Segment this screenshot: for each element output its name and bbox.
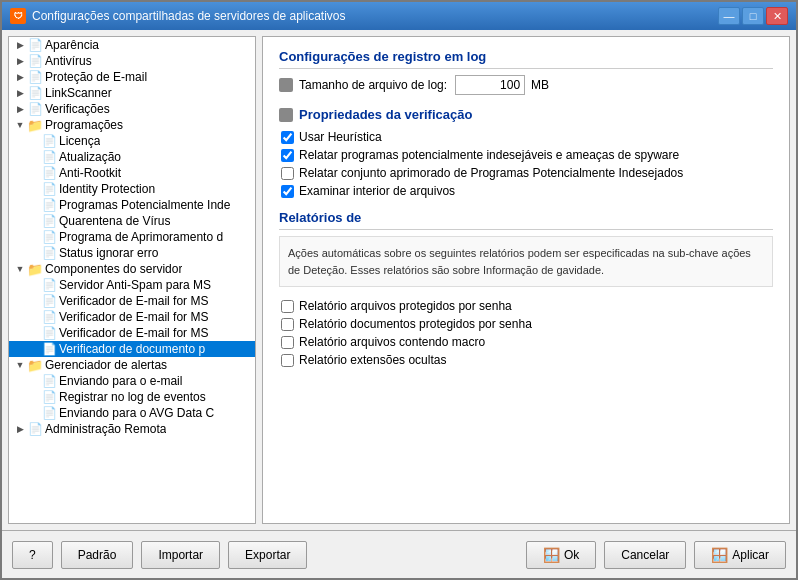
rel-checkbox-label-2: Relatório arquivos contendo macro <box>299 335 485 349</box>
sidebar-item-programas-pot[interactable]: 📄Programas Potencialmente Inde <box>9 197 255 213</box>
checkbox-relatar-conjunto[interactable] <box>281 167 294 180</box>
bottom-bar: ? Padrão Importar Exportar 🪟 Ok Cancelar… <box>2 530 796 578</box>
cancelar-label: Cancelar <box>621 548 669 562</box>
relatorios-info: Ações automáticas sobre os seguintes rel… <box>279 236 773 287</box>
aplicar-label: Aplicar <box>732 548 769 562</box>
sidebar-item-verificacoes[interactable]: ▶📄Verificações <box>9 101 255 117</box>
checkbox-rel-macro[interactable] <box>281 336 294 349</box>
sidebar-item-protecao-email[interactable]: ▶📄Proteção de E-mail <box>9 69 255 85</box>
verificacao-icon <box>279 108 293 122</box>
cancelar-button[interactable]: Cancelar <box>604 541 686 569</box>
checkbox-rel-senha-arquivo[interactable] <box>281 300 294 313</box>
main-content: ▶📄Aparência▶📄Antivírus▶📄Proteção de E-ma… <box>2 30 796 530</box>
checkbox-row-1: Relatar programas potencialmente indesej… <box>279 148 773 162</box>
app-icon: 🛡 <box>10 8 26 24</box>
checkbox-examinar-interior[interactable] <box>281 185 294 198</box>
log-section-icon <box>279 78 293 92</box>
main-window: 🛡 Configurações compartilhadas de servid… <box>0 0 798 580</box>
sidebar-item-quarentena[interactable]: 📄Quarentena de Vírus <box>9 213 255 229</box>
checkbox-rel-extensoes[interactable] <box>281 354 294 367</box>
checkbox-relatar-spyware[interactable] <box>281 149 294 162</box>
relatorios-checkboxes: Relatório arquivos protegidos por senha … <box>279 299 773 367</box>
rel-checkbox-row-1: Relatório documentos protegidos por senh… <box>279 317 773 331</box>
sidebar-item-identity-protection[interactable]: 📄Identity Protection <box>9 181 255 197</box>
relatorios-title: Relatórios de <box>279 210 773 230</box>
checkbox-row-2: Relatar conjunto aprimorado de Programas… <box>279 166 773 180</box>
right-panel: Configurações de registro em log Tamanho… <box>262 36 790 524</box>
file-size-label: Tamanho de arquivo de log: <box>299 78 447 92</box>
padrao-button[interactable]: Padrão <box>61 541 134 569</box>
importar-label: Importar <box>158 548 203 562</box>
checkbox-label-0: Usar Heurística <box>299 130 382 144</box>
titlebar-left: 🛡 Configurações compartilhadas de servid… <box>10 8 346 24</box>
verificacao-header: Propriedades da verificação <box>279 107 773 122</box>
minimize-button[interactable]: — <box>718 7 740 25</box>
titlebar-controls[interactable]: — □ ✕ <box>718 7 788 25</box>
file-size-unit: MB <box>531 78 549 92</box>
sidebar-item-antivirus[interactable]: ▶📄Antivírus <box>9 53 255 69</box>
help-button[interactable]: ? <box>12 541 53 569</box>
log-section-title: Configurações de registro em log <box>279 49 773 69</box>
titlebar: 🛡 Configurações compartilhadas de servid… <box>2 2 796 30</box>
verificacao-checkboxes: Usar Heurística Relatar programas potenc… <box>279 130 773 198</box>
sidebar-item-licenca[interactable]: 📄Licença <box>9 133 255 149</box>
sidebar-item-verificador-email1[interactable]: 📄Verificador de E-mail for MS <box>9 293 255 309</box>
sidebar-item-anti-rootkit[interactable]: 📄Anti-Rootkit <box>9 165 255 181</box>
sidebar-item-admin-remota[interactable]: ▶📄Administração Remota <box>9 421 255 437</box>
sidebar-item-verificador-doc[interactable]: 📄Verificador de documento p <box>9 341 255 357</box>
file-size-input[interactable] <box>455 75 525 95</box>
exportar-label: Exportar <box>245 548 290 562</box>
window-title: Configurações compartilhadas de servidor… <box>32 9 346 23</box>
exportar-button[interactable]: Exportar <box>228 541 307 569</box>
sidebar-tree[interactable]: ▶📄Aparência▶📄Antivírus▶📄Proteção de E-ma… <box>8 36 256 524</box>
sidebar-item-enviando-avg[interactable]: 📄Enviando para o AVG Data C <box>9 405 255 421</box>
checkbox-usar-heuristica[interactable] <box>281 131 294 144</box>
close-button[interactable]: ✕ <box>766 7 788 25</box>
log-section: Configurações de registro em log Tamanho… <box>279 49 773 95</box>
sidebar-item-verificador-email2[interactable]: 📄Verificador de E-mail for MS <box>9 309 255 325</box>
sidebar-item-enviando-email[interactable]: 📄Enviando para o e-mail <box>9 373 255 389</box>
sidebar-item-status-ignorar[interactable]: 📄Status ignorar erro <box>9 245 255 261</box>
padrao-label: Padrão <box>78 548 117 562</box>
sidebar-item-registrar-log[interactable]: 📄Registrar no log de eventos <box>9 389 255 405</box>
sidebar-item-servidor-antispam[interactable]: 📄Servidor Anti-Spam para MS <box>9 277 255 293</box>
verificacao-title: Propriedades da verificação <box>299 107 472 122</box>
rel-checkbox-label-0: Relatório arquivos protegidos por senha <box>299 299 512 313</box>
rel-checkbox-label-1: Relatório documentos protegidos por senh… <box>299 317 532 331</box>
rel-checkbox-row-3: Relatório extensões ocultas <box>279 353 773 367</box>
sidebar-item-linkscanner[interactable]: ▶📄LinkScanner <box>9 85 255 101</box>
relatorios-section: Relatórios de Ações automáticas sobre os… <box>279 210 773 367</box>
verificacao-section: Propriedades da verificação Usar Heuríst… <box>279 107 773 198</box>
maximize-button[interactable]: □ <box>742 7 764 25</box>
help-label: ? <box>29 548 36 562</box>
ok-button[interactable]: 🪟 Ok <box>526 541 596 569</box>
checkbox-label-1: Relatar programas potencialmente indesej… <box>299 148 679 162</box>
ok-label: Ok <box>564 548 579 562</box>
sidebar-item-componentes[interactable]: ▼📁Componentes do servidor <box>9 261 255 277</box>
sidebar-item-programa-apri[interactable]: 📄Programa de Aprimoramento d <box>9 229 255 245</box>
sidebar-item-atualizacao[interactable]: 📄Atualização <box>9 149 255 165</box>
checkbox-label-2: Relatar conjunto aprimorado de Programas… <box>299 166 683 180</box>
aplicar-button[interactable]: 🪟 Aplicar <box>694 541 786 569</box>
sidebar-item-programacoes[interactable]: ▼📁Programações <box>9 117 255 133</box>
rel-checkbox-label-3: Relatório extensões ocultas <box>299 353 446 367</box>
importar-button[interactable]: Importar <box>141 541 220 569</box>
checkbox-row-3: Examinar interior de arquivos <box>279 184 773 198</box>
sidebar-item-gerenciador[interactable]: ▼📁Gerenciador de alertas <box>9 357 255 373</box>
checkbox-row-0: Usar Heurística <box>279 130 773 144</box>
checkbox-label-3: Examinar interior de arquivos <box>299 184 455 198</box>
sidebar-item-verificador-email3[interactable]: 📄Verificador de E-mail for MS <box>9 325 255 341</box>
sidebar-item-aparencia[interactable]: ▶📄Aparência <box>9 37 255 53</box>
checkbox-rel-senha-doc[interactable] <box>281 318 294 331</box>
log-file-size-row: Tamanho de arquivo de log: MB <box>279 75 773 95</box>
rel-checkbox-row-2: Relatório arquivos contendo macro <box>279 335 773 349</box>
rel-checkbox-row-0: Relatório arquivos protegidos por senha <box>279 299 773 313</box>
